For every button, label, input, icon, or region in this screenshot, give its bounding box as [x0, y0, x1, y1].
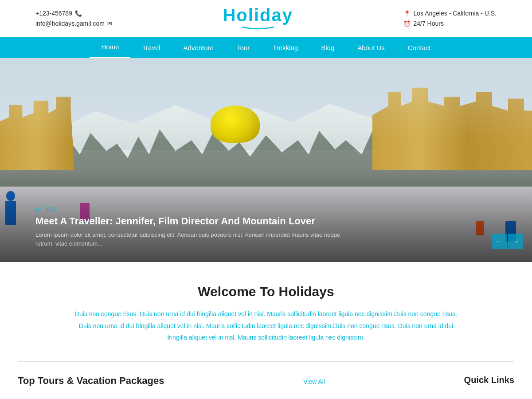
phone-row: +123-456789 📞: [35, 10, 112, 17]
tours-title: Top Tours & Vacation Packages: [18, 375, 164, 387]
phone-icon: 📞: [75, 10, 82, 17]
hero-prev-button[interactable]: ←: [492, 234, 507, 249]
hours-row: ⏰ 24/7 Hours: [403, 20, 497, 27]
prev-arrow-icon: ←: [496, 238, 503, 245]
hero-snow-overlay: [0, 58, 532, 140]
hours-value: 24/7 Hours: [413, 20, 443, 27]
header-contact-left: +123-456789 📞 info@holidays.gamil.com ✉: [35, 10, 112, 27]
clock-icon: ⏰: [403, 20, 411, 27]
logo-area[interactable]: Holiday: [223, 6, 293, 31]
location-icon: 📍: [403, 10, 411, 17]
hero-tag: 🗂 Tour: [35, 205, 492, 212]
welcome-title: Welcome To Holidays: [71, 284, 461, 299]
tag-folder-icon: 🗂: [35, 205, 42, 212]
view-all-label: View All: [303, 378, 325, 385]
location-row: 📍 Los Angeles - California - U.S.: [403, 10, 497, 17]
hero-nav-arrows: ← →: [492, 234, 523, 249]
quick-links-area: Quick Links: [464, 375, 514, 385]
hero-section: 🗂 Tour Meet A Traveller: Jennifer, Film …: [0, 58, 532, 262]
logo-decoration: [223, 25, 293, 31]
nav-item-travel[interactable]: Travel: [130, 38, 172, 58]
welcome-text: Duis non congue risus. Duis non urna id …: [71, 308, 461, 344]
email-value: info@holidays.gamil.com: [35, 20, 105, 27]
bottom-section: Top Tours & Vacation Packages View All Q…: [0, 362, 532, 395]
logo-text: Holiday: [223, 6, 293, 24]
site-header: +123-456789 📞 info@holidays.gamil.com ✉ …: [0, 0, 532, 37]
nav-item-contact[interactable]: Contact: [396, 38, 442, 58]
quick-links-title: Quick Links: [464, 375, 514, 385]
nav-item-trekking[interactable]: Trekking: [261, 38, 309, 58]
next-arrow-icon: →: [512, 238, 519, 245]
phone-value: +123-456789: [35, 10, 72, 17]
nav-item-blog[interactable]: Blog: [309, 38, 346, 58]
location-value: Los Angeles - California - U.S.: [413, 10, 497, 17]
nav-item-about[interactable]: About Us: [346, 38, 396, 58]
nav-item-tour[interactable]: Tour: [225, 38, 261, 58]
welcome-section: Welcome To Holidays Duis non congue risu…: [0, 262, 532, 361]
logo-label: Holiday: [223, 5, 293, 25]
hero-title: Meet A Traveller: Jennifer, Film Directo…: [35, 215, 492, 227]
email-row: info@holidays.gamil.com ✉: [35, 20, 112, 27]
main-nav: Home Travel Adventure Tour Trekking Blog…: [0, 37, 532, 58]
email-icon: ✉: [107, 20, 112, 27]
view-all-button[interactable]: View All: [303, 378, 325, 385]
view-all-area: View All: [303, 378, 325, 386]
nav-item-adventure[interactable]: Adventure: [172, 38, 225, 58]
hero-tag-label: Tour: [44, 205, 56, 212]
header-contact-right: 📍 Los Angeles - California - U.S. ⏰ 24/7…: [403, 10, 497, 27]
hero-description: Lorem ipsum dolor sit amet, consectetur …: [35, 231, 346, 248]
hero-next-button[interactable]: →: [508, 234, 523, 249]
nav-item-home[interactable]: Home: [90, 37, 130, 58]
hero-caption: 🗂 Tour Meet A Traveller: Jennifer, Film …: [35, 205, 492, 248]
tours-title-area: Top Tours & Vacation Packages: [18, 375, 164, 387]
